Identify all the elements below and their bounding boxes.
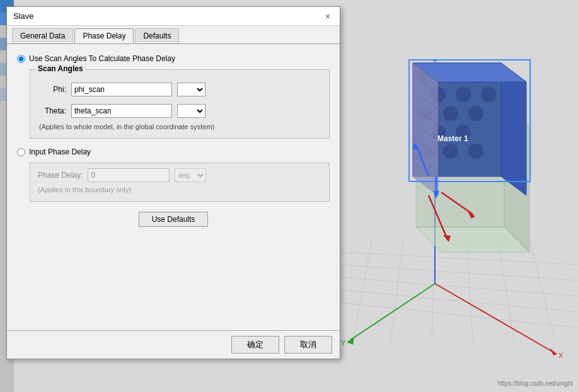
scan-angles-radio[interactable] [17, 55, 25, 63]
svg-text:Master 1: Master 1 [437, 134, 468, 143]
tab-defaults[interactable]: Defaults [135, 28, 179, 43]
dialog-content: Use Scan Angles To Calculate Phase Delay… [7, 44, 340, 330]
svg-marker-47 [413, 63, 438, 195]
tab-general-data[interactable]: General Data [12, 28, 73, 43]
phase-delay-label: Phase Delay: [38, 171, 83, 180]
slave-dialog: Slave × General Data Phase Delay Default… [6, 6, 340, 359]
phi-dropdown[interactable] [177, 83, 205, 96]
phase-delay-field-row: Phase Delay: deg [38, 168, 321, 182]
scan-angles-group: Scan Angles Phi: Theta: (Applies to whol… [30, 69, 330, 139]
phase-delay-input [88, 168, 170, 182]
use-defaults-button[interactable]: Use Defaults [139, 212, 209, 227]
theta-field-row: Theta: [38, 104, 321, 118]
svg-point-35 [456, 87, 471, 102]
title-bar: Slave × [7, 7, 340, 26]
theta-label: Theta: [38, 107, 66, 115]
phase-delay-unit-dropdown: deg [175, 168, 206, 182]
confirm-button[interactable]: 确定 [231, 336, 279, 354]
watermark: https://blog.csdn.net/unight [497, 380, 573, 387]
input-phase-delay-radio-row: Input Phase Delay [17, 147, 330, 156]
phase-delay-group: Phase Delay: deg (Applies to this bounda… [30, 163, 330, 202]
input-phase-delay-radio[interactable] [17, 148, 25, 156]
svg-text:Y: Y [341, 339, 346, 347]
scan-angles-group-title: Scan Angles [35, 64, 86, 73]
dialog-title: Slave [13, 11, 34, 21]
tab-phase-delay[interactable]: Phase Delay [74, 28, 134, 43]
dialog-footer: 确定 取消 [7, 330, 340, 359]
phi-input[interactable] [71, 83, 172, 96]
scan-angles-radio-row: Use Scan Angles To Calculate Phase Delay [17, 54, 330, 63]
svg-point-43 [443, 144, 458, 159]
phi-label: Phi: [38, 85, 66, 94]
svg-point-39 [468, 106, 483, 121]
scan-angles-note: (Applies to whole model, in the global c… [39, 123, 321, 130]
close-button[interactable]: × [322, 11, 333, 22]
svg-point-36 [481, 87, 496, 102]
svg-point-44 [468, 144, 483, 159]
scan-angles-radio-label[interactable]: Use Scan Angles To Calculate Phase Delay [29, 54, 175, 63]
phi-field-row: Phi: [38, 83, 321, 96]
tabs-bar: General Data Phase Delay Defaults [7, 26, 340, 44]
cancel-button[interactable]: 取消 [284, 336, 332, 354]
input-phase-delay-radio-label[interactable]: Input Phase Delay [29, 147, 91, 156]
svg-point-38 [443, 106, 458, 121]
theta-dropdown[interactable] [177, 104, 205, 118]
svg-marker-45 [501, 63, 526, 195]
theta-input[interactable] [71, 104, 172, 118]
svg-text:X: X [558, 352, 564, 359]
phase-delay-note: (Applies to this boundary only) [38, 186, 321, 193]
